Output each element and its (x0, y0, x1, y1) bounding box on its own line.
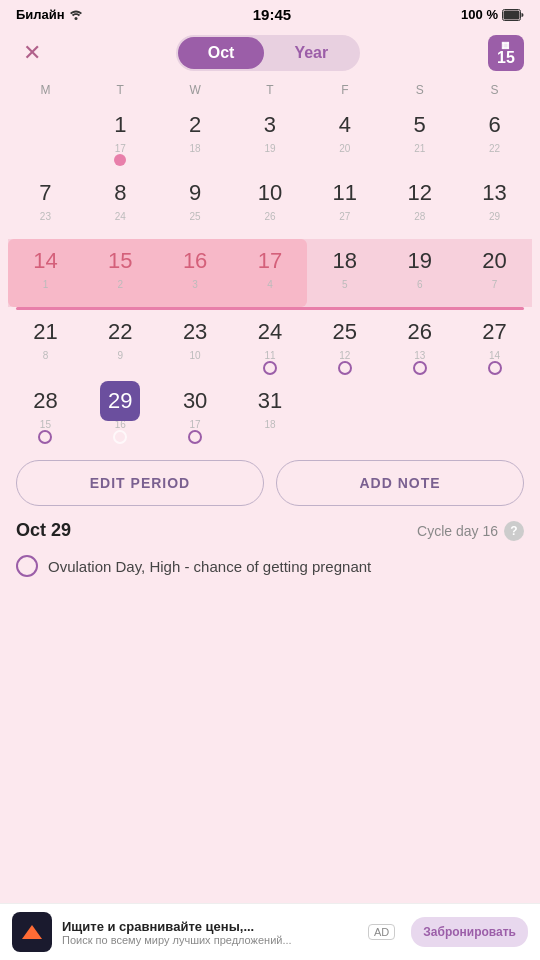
calendar: M T W T F S S 1 17 2 18 3 19 4 20 5 21 (0, 81, 540, 448)
day-cell-14[interactable]: 14 1 (8, 239, 83, 307)
status-carrier: Билайн (16, 7, 83, 22)
calendar-row-4: 21 8 22 9 23 10 24 11 25 12 26 13 27 14 (8, 310, 532, 379)
fertility-dot (413, 361, 427, 375)
calendar-row-1: 1 17 2 18 3 19 4 20 5 21 6 22 (8, 103, 532, 171)
day-cell-25[interactable]: 25 12 (307, 310, 382, 379)
day-cell-empty-4 (457, 379, 532, 448)
status-time: 19:45 (253, 6, 291, 23)
day-cell-empty-2 (307, 379, 382, 448)
ovulation-event-label: Ovulation Day, High - chance of getting … (48, 558, 371, 575)
selected-date-label: Oct 29 (16, 520, 71, 541)
calendar-row-2: 7 23 8 24 9 25 10 26 11 27 12 28 13 29 (8, 171, 532, 239)
weekday-header: M T W T F S S (8, 81, 532, 99)
ovulation-dot (113, 430, 127, 444)
day-cell-1[interactable]: 1 17 (83, 103, 158, 171)
weekday-f: F (307, 81, 382, 99)
day-cell-20[interactable]: 20 7 (457, 239, 532, 307)
day-cell-23[interactable]: 23 10 (158, 310, 233, 379)
day-cell-24[interactable]: 24 11 (233, 310, 308, 379)
day-cell-6[interactable]: 6 22 (457, 103, 532, 171)
calendar-today-button[interactable]: ▦ 15 (488, 35, 524, 71)
weekday-m: M (8, 81, 83, 99)
day-cell-30[interactable]: 30 17 (158, 379, 233, 448)
day-cell-11[interactable]: 11 27 (307, 171, 382, 239)
add-note-button[interactable]: ADD NOTE (276, 460, 524, 506)
weekday-s2: S (457, 81, 532, 99)
weekday-w: W (158, 81, 233, 99)
day-cell-10[interactable]: 10 26 (233, 171, 308, 239)
header: ✕ Oct Year ▦ 15 (0, 29, 540, 81)
day-cell-9[interactable]: 9 25 (158, 171, 233, 239)
fertility-dot (38, 430, 52, 444)
day-cell-31[interactable]: 31 18 (233, 379, 308, 448)
fertility-dot (263, 361, 277, 375)
tab-year[interactable]: Year (264, 37, 358, 69)
day-cell-29-today[interactable]: 29 16 (83, 379, 158, 448)
ad-banner: Ищите и сравнивайте цены,... Поиск по вс… (0, 903, 540, 960)
day-cell-8[interactable]: 8 24 (83, 171, 158, 239)
day-cell-16[interactable]: 16 3 (158, 239, 233, 307)
calendar-row-5: 28 15 29 16 30 17 31 18 (8, 379, 532, 448)
day-cell-18[interactable]: 18 5 (307, 239, 382, 307)
fertility-dot (488, 361, 502, 375)
view-tabs: Oct Year (176, 35, 360, 71)
day-cell-26[interactable]: 26 13 (382, 310, 457, 379)
status-battery: 100 % (461, 7, 524, 22)
cycle-day-text: Cycle day 16 (417, 523, 498, 539)
ad-subtitle: Поиск по всему миру лучших предложений..… (62, 934, 352, 946)
day-cell-17[interactable]: 17 4 (233, 239, 308, 307)
ad-title: Ищите и сравнивайте цены,... (62, 919, 352, 934)
fertility-dot (338, 361, 352, 375)
period-dot (114, 154, 126, 166)
close-button[interactable]: ✕ (16, 40, 48, 66)
cycle-info: Cycle day 16 ? (417, 521, 524, 541)
day-cell-12[interactable]: 12 28 (382, 171, 457, 239)
svg-rect-2 (503, 10, 519, 19)
day-cell-15[interactable]: 15 2 (83, 239, 158, 307)
day-cell-empty (8, 103, 83, 171)
day-cell-7[interactable]: 7 23 (8, 171, 83, 239)
tab-oct[interactable]: Oct (178, 37, 265, 69)
day-cell-21[interactable]: 21 8 (8, 310, 83, 379)
weekday-t2: T (233, 81, 308, 99)
ad-logo-icon (22, 925, 42, 939)
day-cell-5[interactable]: 5 21 (382, 103, 457, 171)
day-cell-3[interactable]: 3 19 (233, 103, 308, 171)
ovulation-event-icon (16, 555, 38, 577)
battery-icon (502, 9, 524, 21)
event-row-ovulation: Ovulation Day, High - chance of getting … (16, 549, 524, 583)
day-cell-2[interactable]: 2 18 (158, 103, 233, 171)
bottom-section: EDIT PERIOD ADD NOTE Oct 29 Cycle day 16… (0, 448, 540, 593)
weekday-s1: S (382, 81, 457, 99)
status-bar: Билайн 19:45 100 % (0, 0, 540, 29)
ad-text: Ищите и сравнивайте цены,... Поиск по вс… (62, 919, 352, 946)
day-cell-19[interactable]: 19 6 (382, 239, 457, 307)
edit-period-button[interactable]: EDIT PERIOD (16, 460, 264, 506)
ad-cta-button[interactable]: Забронировать (411, 917, 528, 947)
fertility-dot (188, 430, 202, 444)
help-icon[interactable]: ? (504, 521, 524, 541)
ad-logo (12, 912, 52, 952)
calendar-row-3: 14 1 15 2 16 3 17 4 18 5 19 6 20 7 (8, 239, 532, 307)
day-cell-empty-3 (382, 379, 457, 448)
ad-badge: AD (368, 924, 395, 940)
day-cell-22[interactable]: 22 9 (83, 310, 158, 379)
svg-point-0 (74, 17, 77, 20)
day-cell-28[interactable]: 28 15 (8, 379, 83, 448)
wifi-icon (69, 9, 83, 20)
selected-date-row: Oct 29 Cycle day 16 ? (16, 520, 524, 541)
day-cell-4[interactable]: 4 20 (307, 103, 382, 171)
day-cell-13[interactable]: 13 29 (457, 171, 532, 239)
action-buttons: EDIT PERIOD ADD NOTE (16, 460, 524, 506)
day-cell-27[interactable]: 27 14 (457, 310, 532, 379)
weekday-t1: T (83, 81, 158, 99)
